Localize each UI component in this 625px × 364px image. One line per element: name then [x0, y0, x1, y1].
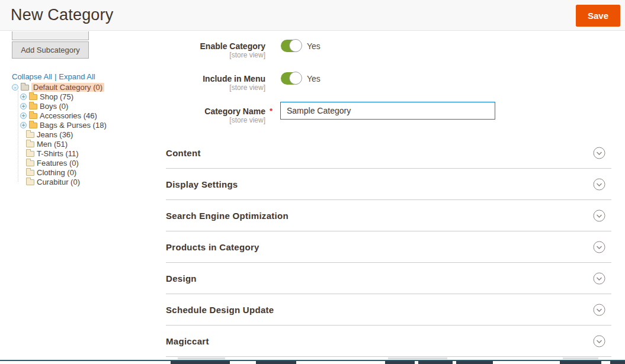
folder-icon: [21, 85, 29, 91]
section-content[interactable]: Content: [166, 137, 611, 169]
category-name-label: Category Name: [166, 107, 265, 116]
enable-category-toggle[interactable]: [281, 40, 302, 52]
folder-icon: [26, 160, 34, 166]
chevron-down-icon[interactable]: [593, 210, 605, 222]
tree-item-curabitur[interactable]: Curabitur (0): [12, 177, 157, 186]
folder-icon: [26, 170, 34, 176]
plus-icon[interactable]: +: [20, 94, 27, 100]
chevron-down-icon[interactable]: [593, 304, 605, 316]
toggle-knob: [289, 72, 302, 85]
tree-item-accessories[interactable]: + Accessories (46): [12, 111, 157, 120]
folder-icon: [26, 151, 34, 157]
link-separator: |: [55, 72, 56, 81]
folder-icon: [26, 179, 34, 185]
tree-item-shop[interactable]: + Shop (75): [12, 92, 157, 101]
folder-icon: [29, 94, 37, 100]
partial-scrolled-button[interactable]: [12, 31, 89, 40]
plus-icon[interactable]: +: [20, 112, 27, 119]
chevron-down-icon[interactable]: [593, 335, 605, 347]
partial-row-ghost: [178, 357, 225, 359]
chevron-down-icon[interactable]: [593, 241, 605, 253]
page-title: New Category: [11, 6, 113, 24]
plus-icon[interactable]: +: [20, 122, 27, 128]
tree-item-boys[interactable]: + Boys (0): [12, 101, 157, 111]
chevron-down-icon[interactable]: [593, 178, 605, 191]
section-search-engine-optimization[interactable]: Search Engine Optimization: [166, 200, 611, 231]
accordion-sections: Content Display Settings Search Engine O…: [166, 137, 611, 357]
expand-all-link[interactable]: Expand All: [59, 72, 95, 81]
partial-row-fragment: [418, 361, 453, 364]
category-name-input[interactable]: [280, 102, 495, 120]
include-in-menu-label: Include in Menu: [166, 74, 265, 83]
partial-row-fragment: [171, 361, 230, 364]
include-in-menu-scope: [store view]: [166, 83, 265, 92]
enable-category-label: Enable Category: [166, 41, 265, 51]
section-schedule-design-update[interactable]: Schedule Design Update: [166, 294, 611, 326]
required-asterisk: *: [270, 107, 273, 115]
section-display-settings[interactable]: Display Settings: [166, 169, 611, 200]
section-products-in-category[interactable]: Products in Category: [166, 231, 611, 263]
partial-row-ghost: [563, 357, 598, 359]
tree-item-jeans[interactable]: Jeans (36): [12, 130, 157, 139]
chevron-down-icon[interactable]: [593, 272, 605, 285]
category-tree: - Default Category (0) + Shop (75) + Boy…: [12, 82, 157, 186]
tree-item-men[interactable]: Men (51): [12, 139, 157, 149]
plus-icon[interactable]: +: [20, 103, 27, 109]
partial-row-fragment: [385, 361, 415, 364]
partial-row-fragment: [256, 361, 296, 364]
tree-item-default-category[interactable]: - Default Category (0): [12, 82, 157, 92]
bottom-partial-row: [0, 360, 625, 364]
enable-category-value: Yes: [307, 41, 320, 51]
toggle-knob: [289, 39, 302, 52]
folder-icon: [29, 123, 37, 128]
folder-icon: [26, 132, 34, 138]
partial-row-border: [0, 360, 625, 361]
folder-icon: [29, 113, 37, 119]
tree-toolbar: Collapse All|Expand All: [12, 72, 95, 81]
partial-row-ghost: [388, 357, 447, 359]
include-in-menu-value: Yes: [307, 74, 320, 83]
partial-row-fragment: [610, 361, 625, 364]
tree-item-bags-purses[interactable]: + Bags & Purses (18): [12, 120, 157, 130]
tree-item-t-shirts[interactable]: T-Shirts (11): [12, 149, 157, 158]
partial-row-fragment: [456, 361, 493, 364]
folder-icon: [26, 141, 34, 147]
category-name-scope: [store view]: [166, 116, 265, 124]
partial-row-fragment: [560, 361, 601, 364]
page-header: New Category Save: [0, 0, 625, 31]
collapse-all-link[interactable]: Collapse All: [12, 72, 52, 81]
save-button[interactable]: Save: [576, 5, 620, 27]
tree-item-clothing[interactable]: Clothing (0): [12, 167, 157, 177]
tree-item-features[interactable]: Features (0): [12, 158, 157, 167]
chevron-down-icon[interactable]: [593, 147, 605, 159]
add-subcategory-button[interactable]: Add Subcategory: [12, 41, 89, 59]
include-in-menu-toggle[interactable]: [281, 72, 302, 85]
enable-category-scope: [store view]: [166, 51, 265, 59]
section-magiccart[interactable]: Magiccart: [166, 326, 611, 357]
section-design[interactable]: Design: [166, 263, 611, 294]
folder-icon: [29, 104, 37, 109]
minus-icon[interactable]: -: [12, 84, 18, 91]
